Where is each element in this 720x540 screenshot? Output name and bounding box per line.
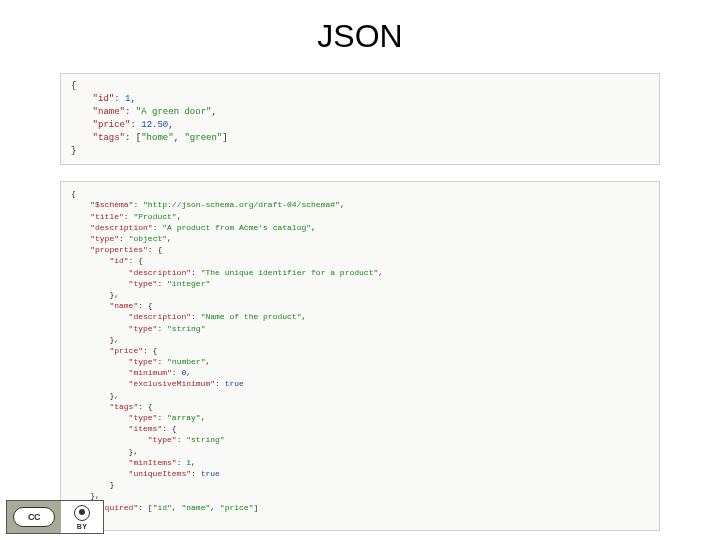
json-string: "A product from Acme's catalog": [162, 223, 311, 232]
json-string: "array": [167, 413, 201, 422]
json-bool: true: [201, 469, 220, 478]
json-string: "The unique identifier for a product": [201, 268, 379, 277]
json-key: "id": [93, 94, 115, 104]
json-key: "id": [109, 256, 128, 265]
brace-close: }: [71, 146, 76, 156]
brace-open: {: [71, 81, 76, 91]
page-title: JSON: [0, 0, 720, 67]
json-key: "type": [129, 413, 158, 422]
json-key: "title": [90, 212, 124, 221]
json-string: "id": [153, 503, 172, 512]
json-key: "description": [129, 268, 191, 277]
json-key: "description": [90, 223, 152, 232]
cc-license-badge: CC BY: [6, 500, 104, 534]
json-key: "name": [93, 107, 125, 117]
json-key: "minimum": [129, 368, 172, 377]
json-string: "http://json-schema.org/draft-04/schema#…: [143, 200, 340, 209]
json-bool: true: [225, 379, 244, 388]
json-string: "Product": [133, 212, 176, 221]
json-key: "tags": [109, 402, 138, 411]
json-key: "description": [129, 312, 191, 321]
json-string: "Name of the product": [201, 312, 302, 321]
json-key: "items": [129, 424, 163, 433]
json-key: "name": [109, 301, 138, 310]
cc-badge-left: CC: [7, 501, 61, 533]
json-example-block: { "id": 1, "name": "A green door", "pric…: [60, 73, 660, 165]
json-string: "string": [167, 324, 205, 333]
json-string: "integer": [167, 279, 210, 288]
json-string: "number": [167, 357, 205, 366]
json-string: "green": [184, 133, 222, 143]
json-key: "type": [90, 234, 119, 243]
json-string: "A green door": [136, 107, 212, 117]
json-string: "home": [141, 133, 173, 143]
json-key: "type": [129, 324, 158, 333]
json-number: 1: [125, 94, 130, 104]
json-key: "type": [129, 357, 158, 366]
by-person-head-icon: [79, 509, 85, 515]
json-key: "price": [93, 120, 131, 130]
json-string: "price": [220, 503, 254, 512]
json-key: "minItems": [129, 458, 177, 467]
json-number: 0: [181, 368, 186, 377]
json-string: "name": [181, 503, 210, 512]
json-number: 12.50: [141, 120, 168, 130]
json-key: "exclusiveMinimum": [129, 379, 215, 388]
json-string: "object": [129, 234, 167, 243]
cc-badge-right: BY: [61, 501, 103, 533]
json-schema-block: { "$schema": "http://json-schema.org/dra…: [60, 181, 660, 531]
json-key: "uniqueItems": [129, 469, 191, 478]
json-key: "properties": [90, 245, 148, 254]
brace-open: {: [71, 189, 76, 198]
json-string: "string": [186, 435, 224, 444]
by-label: BY: [77, 523, 88, 530]
cc-logo-icon: CC: [13, 507, 55, 527]
json-key: "$schema": [90, 200, 133, 209]
json-number: 1: [186, 458, 191, 467]
footer: CC BY: [6, 500, 104, 534]
json-key: "tags": [93, 133, 125, 143]
json-key: "type": [148, 435, 177, 444]
json-key: "type": [129, 279, 158, 288]
json-key: "price": [109, 346, 143, 355]
by-person-icon: [74, 505, 90, 521]
